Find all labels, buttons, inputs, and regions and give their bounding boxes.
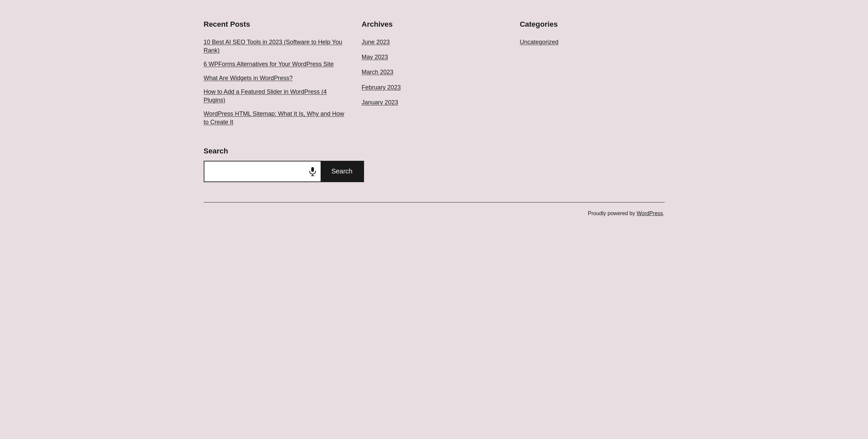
recent-post-link-5[interactable]: WordPress HTML Sitemap: What It Is, Why …: [204, 110, 344, 126]
recent-posts-list: 10 Best AI SEO Tools in 2023 (Software t…: [204, 38, 348, 127]
list-item: May 2023: [362, 53, 506, 61]
archive-link-january-2023[interactable]: January 2023: [362, 99, 398, 106]
recent-post-link-4[interactable]: How to Add a Featured Slider in WordPres…: [204, 89, 327, 103]
microphone-icon: [309, 167, 317, 176]
category-link-uncategorized[interactable]: Uncategorized: [520, 39, 558, 45]
search-input[interactable]: [208, 168, 317, 175]
list-item: March 2023: [362, 68, 506, 76]
footer-text: Proudly powered by WordPress.: [204, 210, 664, 223]
archives-widget: Archives June 2023 May 2023 March 2023 F…: [362, 20, 506, 127]
footer-divider: [204, 202, 664, 202]
footer-suffix: .: [663, 210, 664, 216]
archive-link-june-2023[interactable]: June 2023: [362, 39, 390, 45]
archive-link-february-2023[interactable]: February 2023: [362, 84, 401, 91]
categories-list: Uncategorized: [520, 38, 664, 46]
archives-list: June 2023 May 2023 March 2023 February 2…: [362, 38, 506, 107]
list-item: February 2023: [362, 83, 506, 92]
wordpress-link[interactable]: WordPress: [637, 210, 663, 216]
categories-widget: Categories Uncategorized: [520, 20, 664, 127]
recent-posts-widget: Recent Posts 10 Best AI SEO Tools in 202…: [204, 20, 348, 127]
list-item: How to Add a Featured Slider in WordPres…: [204, 88, 348, 104]
list-item: 6 WPForms Alternatives for Your WordPres…: [204, 60, 348, 68]
svg-rect-0: [311, 167, 314, 172]
footer-powered-text: Proudly powered by: [588, 210, 637, 216]
list-item: What Are Widgets in WordPress?: [204, 74, 348, 82]
search-input-wrapper: [205, 162, 321, 181]
categories-title: Categories: [520, 20, 664, 29]
list-item: January 2023: [362, 98, 506, 107]
list-item: 10 Best AI SEO Tools in 2023 (Software t…: [204, 38, 348, 55]
page-wrapper: Recent Posts 10 Best AI SEO Tools in 202…: [184, 0, 685, 237]
widgets-row: Recent Posts 10 Best AI SEO Tools in 202…: [204, 20, 664, 127]
list-item: June 2023: [362, 38, 506, 46]
list-item: Uncategorized: [520, 38, 664, 46]
recent-posts-title: Recent Posts: [204, 20, 348, 29]
recent-post-link-2[interactable]: 6 WPForms Alternatives for Your WordPres…: [204, 61, 334, 67]
search-form: Search: [204, 161, 364, 182]
search-button[interactable]: Search: [321, 162, 363, 181]
recent-post-link-3[interactable]: What Are Widgets in WordPress?: [204, 75, 293, 81]
recent-post-link-1[interactable]: 10 Best AI SEO Tools in 2023 (Software t…: [204, 39, 342, 54]
search-label: Search: [204, 147, 664, 156]
search-section: Search Search: [204, 147, 664, 182]
archives-title: Archives: [362, 20, 506, 29]
archive-link-march-2023[interactable]: March 2023: [362, 69, 394, 75]
archive-link-may-2023[interactable]: May 2023: [362, 54, 388, 60]
list-item: WordPress HTML Sitemap: What It Is, Why …: [204, 110, 348, 127]
